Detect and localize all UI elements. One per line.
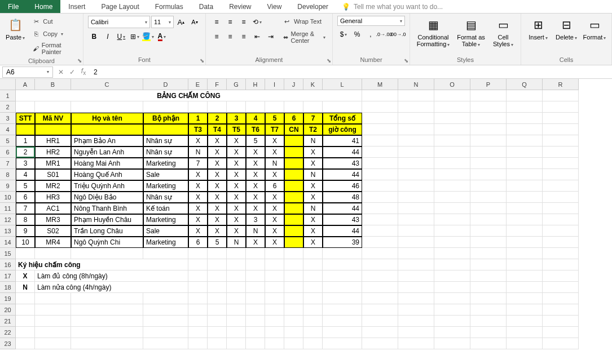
- copy-button[interactable]: ⎘Copy▾: [29, 28, 78, 39]
- format-cells-button[interactable]: ▭ Format▾: [582, 16, 607, 42]
- cell[interactable]: [434, 124, 470, 135]
- cell[interactable]: [398, 237, 434, 248]
- cell[interactable]: 6: [284, 113, 303, 124]
- cell[interactable]: 39: [323, 237, 362, 248]
- cell[interactable]: [543, 113, 579, 124]
- cell[interactable]: [284, 338, 303, 349]
- cell[interactable]: Triệu Quỳnh Anh: [71, 180, 143, 192]
- column-header[interactable]: B: [35, 79, 71, 90]
- cell[interactable]: [543, 180, 579, 192]
- cell[interactable]: X: [208, 135, 227, 147]
- cell[interactable]: [208, 293, 227, 304]
- cell[interactable]: X: [303, 147, 323, 158]
- cell[interactable]: 4: [16, 169, 35, 180]
- cell[interactable]: [543, 259, 579, 270]
- cell[interactable]: 44: [323, 169, 362, 180]
- cell[interactable]: [143, 248, 188, 259]
- cell[interactable]: X: [227, 203, 246, 214]
- cell[interactable]: X: [188, 203, 208, 214]
- cell[interactable]: 44: [323, 203, 362, 214]
- cell[interactable]: [543, 327, 579, 338]
- cell[interactable]: [362, 338, 398, 349]
- cell[interactable]: T3: [188, 124, 208, 135]
- cell[interactable]: [398, 225, 434, 237]
- cell[interactable]: giờ công: [323, 124, 362, 135]
- cell[interactable]: [284, 214, 303, 225]
- cell[interactable]: Mã NV: [35, 113, 71, 124]
- cell[interactable]: [208, 304, 227, 316]
- cell[interactable]: [470, 237, 507, 248]
- cell[interactable]: [470, 225, 507, 237]
- column-header[interactable]: P: [470, 79, 507, 90]
- column-header[interactable]: R: [543, 79, 579, 90]
- cell[interactable]: X: [265, 169, 284, 180]
- cell[interactable]: [470, 270, 507, 282]
- cell[interactable]: T4: [208, 124, 227, 135]
- cell[interactable]: [470, 90, 507, 101]
- cell[interactable]: [284, 293, 303, 304]
- cell[interactable]: [398, 113, 434, 124]
- cell[interactable]: [265, 282, 284, 293]
- cell[interactable]: [16, 101, 35, 113]
- cell[interactable]: [398, 327, 434, 338]
- decrease-font-button[interactable]: A▾: [188, 16, 201, 28]
- cell[interactable]: [434, 90, 470, 101]
- cell[interactable]: MR4: [35, 237, 71, 248]
- cell[interactable]: [35, 293, 71, 304]
- cell[interactable]: [398, 90, 434, 101]
- cell[interactable]: [362, 304, 398, 316]
- border-button[interactable]: ⊞▾: [129, 30, 141, 43]
- delete-cells-button[interactable]: ⊟ Delete▾: [554, 16, 579, 42]
- cell[interactable]: [543, 338, 579, 349]
- cell[interactable]: [362, 293, 398, 304]
- cell[interactable]: [507, 338, 543, 349]
- cell[interactable]: [227, 101, 246, 113]
- cell[interactable]: Họ và tên: [71, 113, 143, 124]
- cell[interactable]: [284, 282, 303, 293]
- cell[interactable]: [284, 147, 303, 158]
- cell[interactable]: [284, 270, 303, 282]
- cell[interactable]: [227, 327, 246, 338]
- cell[interactable]: [434, 259, 470, 270]
- cell[interactable]: [188, 338, 208, 349]
- cell[interactable]: [16, 304, 35, 316]
- row-header[interactable]: 19: [0, 293, 16, 304]
- cell[interactable]: MR1: [35, 158, 71, 169]
- cell[interactable]: [265, 270, 284, 282]
- cell[interactable]: 3: [227, 113, 246, 124]
- cell[interactable]: [188, 282, 208, 293]
- cell[interactable]: X: [265, 192, 284, 203]
- cell[interactable]: Sale: [143, 225, 188, 237]
- cell[interactable]: AC1: [35, 203, 71, 214]
- cell[interactable]: [71, 304, 143, 316]
- cell[interactable]: N: [303, 169, 323, 180]
- cell[interactable]: [507, 113, 543, 124]
- cell[interactable]: [143, 101, 188, 113]
- column-header[interactable]: G: [227, 79, 246, 90]
- cell[interactable]: [434, 113, 470, 124]
- cell[interactable]: S02: [35, 225, 71, 237]
- percent-button[interactable]: %: [351, 28, 363, 41]
- cell[interactable]: [470, 293, 507, 304]
- cell[interactable]: [303, 304, 323, 316]
- cut-button[interactable]: ✂Cut: [29, 16, 78, 27]
- row-header[interactable]: 21: [0, 316, 16, 327]
- tab-home[interactable]: Home: [27, 0, 60, 13]
- cell[interactable]: T2: [303, 124, 323, 135]
- format-painter-button[interactable]: 🖌Format Painter: [29, 41, 78, 56]
- cell[interactable]: Nông Thanh Bình: [71, 203, 143, 214]
- align-left-button[interactable]: ≡: [210, 30, 223, 43]
- cell[interactable]: [434, 293, 470, 304]
- cell[interactable]: [323, 259, 362, 270]
- cell[interactable]: [434, 270, 470, 282]
- cell[interactable]: [362, 169, 398, 180]
- row-header[interactable]: 11: [0, 203, 16, 214]
- select-all-corner[interactable]: [0, 79, 16, 90]
- cell[interactable]: [507, 237, 543, 248]
- cell[interactable]: MR3: [35, 214, 71, 225]
- cell[interactable]: [143, 124, 188, 135]
- cell[interactable]: [16, 124, 35, 135]
- italic-button[interactable]: I: [102, 30, 114, 43]
- cell[interactable]: [507, 259, 543, 270]
- row-header[interactable]: 15: [0, 248, 16, 259]
